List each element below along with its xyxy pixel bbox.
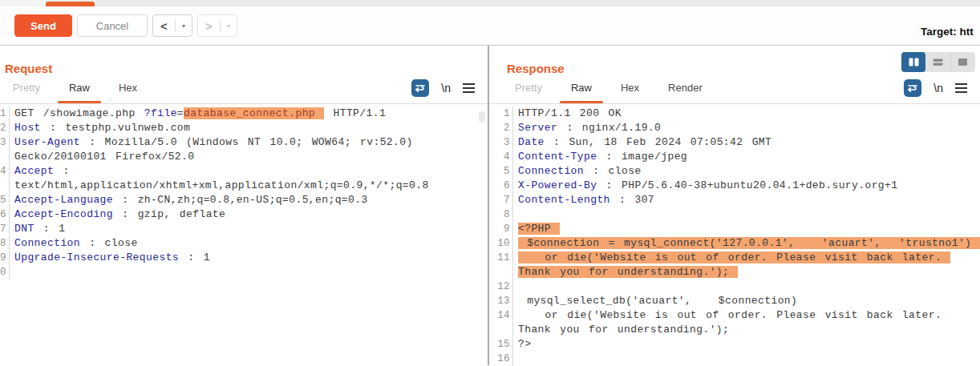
target-label: Target: htt — [921, 26, 974, 38]
line-number: 11 — [489, 251, 513, 280]
request-editor[interactable]: 1GET /showimage.php ?file=database_conne… — [0, 104, 488, 280]
line-number: 15 — [489, 337, 513, 352]
response-line: 7Content-Length : 307 — [489, 193, 980, 207]
response-tab-raw[interactable]: Raw — [563, 82, 600, 103]
message-editor-split: Request Pretty Raw Hex \n — [0, 46, 980, 365]
newline-visibility-icon[interactable]: \n — [933, 82, 943, 95]
editor-menu-icon[interactable] — [955, 83, 967, 93]
response-line: 2Server : nginx/1.19.0 — [489, 121, 980, 135]
repeater-tab[interactable] — [0, 0, 46, 6]
soft-wrap-toggle-icon[interactable] — [411, 79, 429, 97]
cancel-button[interactable]: Cancel — [77, 14, 148, 37]
wrap-glyph — [415, 82, 426, 94]
line-content: User-Agent : Mozilla/5.0 (Windows NT 10.… — [10, 135, 488, 164]
line-content — [513, 280, 980, 294]
line-number: 7 — [489, 193, 513, 207]
line-number: 8 — [489, 207, 513, 222]
request-tab-pretty[interactable]: Pretty — [5, 82, 48, 103]
line-content: GET /showimage.php ?file=database_connec… — [10, 107, 488, 121]
line-content — [513, 352, 980, 366]
back-chevron-icon[interactable]: < — [153, 19, 175, 33]
response-tab-pretty[interactable]: Pretty — [507, 82, 550, 103]
request-tabs: Pretty Raw Hex \n — [0, 75, 488, 104]
line-content: Accept : text/html,application/xhtml+xml… — [10, 164, 488, 193]
history-back-button-group[interactable]: < ▾ — [152, 14, 192, 37]
response-line: 5Connection : close — [489, 164, 980, 179]
response-line: 12 — [489, 280, 980, 294]
request-line: 8Connection : close — [0, 236, 488, 251]
response-editor[interactable]: 1HTTP/1.1 200 OK2Server : nginx/1.19.03D… — [489, 104, 980, 366]
forward-dropdown-caret-icon: ▾ — [221, 22, 237, 30]
rows-layout-icon — [932, 57, 944, 67]
layout-toggle-group — [901, 52, 975, 72]
layout-rows-button[interactable] — [925, 52, 950, 72]
line-number: 9 — [0, 251, 10, 265]
line-content: Connection : close — [513, 164, 980, 179]
line-content: Host : testphp.vulnweb.com — [10, 121, 488, 135]
response-line: 16 — [489, 352, 980, 366]
line-number: 16 — [489, 352, 513, 366]
line-number: 5 — [489, 164, 513, 179]
line-number: 12 — [489, 280, 513, 294]
request-line: 5Accept-Language : zh-CN,zh;q=0.8,en-US;… — [0, 193, 488, 207]
response-header: Response Pretty Raw Hex Render \n — [489, 46, 980, 104]
response-line: 6X-Powered-By : PHP/5.6.40-38+ubuntu20.0… — [489, 179, 980, 193]
request-scrollbar-thumb[interactable] — [479, 111, 485, 123]
line-content: $connection = mysql_connect('127.0.0.1',… — [513, 236, 980, 251]
line-content: or die('Website is out of order. Please … — [513, 308, 980, 337]
line-content — [10, 265, 488, 280]
response-line: 10 $connection = mysql_connect('127.0.0.… — [489, 236, 980, 251]
line-number: 1 — [489, 107, 513, 121]
response-tab-render[interactable]: Render — [660, 82, 711, 103]
line-content: Upgrade-Insecure-Requests : 1 — [10, 251, 488, 265]
send-button[interactable]: Send — [14, 14, 72, 37]
history-forward-button-group: > ▾ — [197, 14, 237, 37]
line-content: Server : nginx/1.19.0 — [513, 121, 980, 135]
editor-menu-icon[interactable] — [463, 83, 475, 93]
line-content: mysql_select_db('acuart', $connection) — [513, 294, 980, 308]
response-line: 4Content-Type : image/jpeg — [489, 150, 980, 164]
line-number: 6 — [489, 179, 513, 193]
newline-visibility-icon[interactable]: \n — [441, 82, 451, 95]
line-content: Accept-Language : zh-CN,zh;q=0.8,en-US;q… — [10, 193, 488, 207]
request-tab-raw[interactable]: Raw — [61, 82, 98, 103]
response-panel: Response Pretty Raw Hex Render \n — [489, 46, 980, 365]
response-line: 3Date : Sun, 18 Feb 2024 07:05:42 GMT — [489, 135, 980, 150]
back-dropdown-caret-icon[interactable]: ▾ — [176, 22, 192, 30]
line-number: 7 — [0, 222, 10, 236]
forward-chevron-icon: > — [198, 19, 220, 33]
line-number: 8 — [0, 236, 10, 251]
request-header: Request Pretty Raw Hex \n — [0, 46, 488, 104]
line-content: Accept-Encoding : gzip, deflate — [10, 207, 488, 222]
line-number: 9 — [489, 222, 513, 236]
soft-wrap-toggle-icon[interactable] — [904, 79, 921, 97]
request-line: 6Accept-Encoding : gzip, deflate — [0, 207, 488, 222]
line-number: 5 — [0, 193, 10, 207]
response-line: 11 or die('Website is out of order. Plea… — [489, 251, 980, 280]
response-line: 13 mysql_select_db('acuart', $connection… — [489, 294, 980, 308]
response-line: 1HTTP/1.1 200 OK — [489, 107, 980, 121]
layout-columns-button[interactable] — [901, 52, 925, 72]
line-content: DNT : 1 — [10, 222, 488, 236]
request-line: 4Accept : text/html,application/xhtml+xm… — [0, 164, 488, 193]
response-tab-hex[interactable]: Hex — [613, 82, 647, 103]
layout-single-button[interactable] — [951, 52, 975, 72]
line-number: 2 — [489, 121, 513, 135]
line-content: ?> — [513, 337, 980, 352]
repeater-toolbar: Send Cancel < ▾ > ▾ Target: htt — [0, 6, 980, 46]
request-title: Request — [0, 46, 488, 75]
wrap-glyph — [907, 82, 918, 94]
request-tab-hex[interactable]: Hex — [111, 82, 145, 103]
line-content — [513, 207, 980, 222]
line-content: X-Powered-By : PHP/5.6.40-38+ubuntu20.04… — [513, 179, 980, 193]
response-line: 9<?PHP — [489, 222, 980, 236]
line-number: 10 — [0, 265, 10, 280]
line-content: HTTP/1.1 200 OK — [513, 107, 980, 121]
request-panel: Request Pretty Raw Hex \n — [0, 46, 488, 365]
line-number: 13 — [489, 294, 513, 308]
line-content: <?PHP — [513, 222, 980, 236]
line-number: 10 — [489, 236, 513, 251]
line-number: 3 — [489, 135, 513, 150]
single-pane-icon — [957, 57, 969, 67]
line-number: 14 — [489, 308, 513, 337]
